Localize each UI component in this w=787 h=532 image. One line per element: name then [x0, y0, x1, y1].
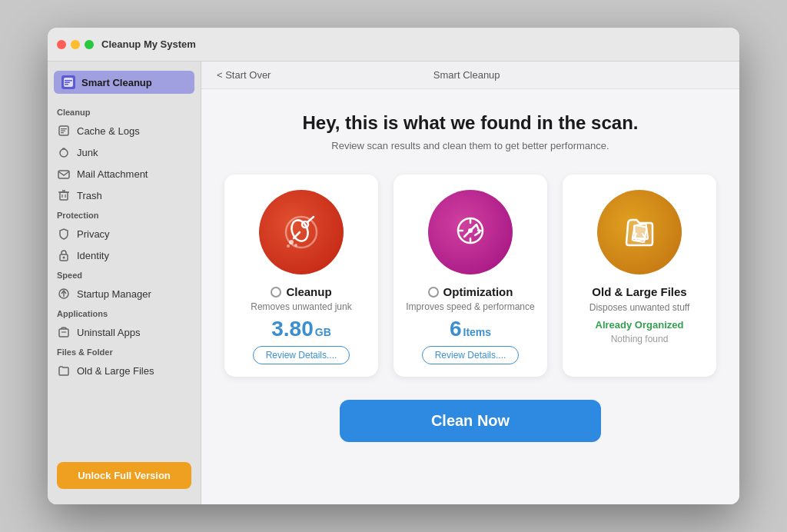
- clean-now-button[interactable]: Clean Now: [340, 400, 601, 442]
- old-files-title-row: Old & Large Files: [592, 285, 686, 299]
- minimize-button[interactable]: [71, 40, 80, 49]
- optimization-card: Optimization Improves speed & performanc…: [394, 175, 547, 377]
- content-area: Smart Cleanup Cleanup Cache & Logs: [48, 62, 739, 504]
- privacy-icon: [57, 227, 71, 241]
- svg-rect-2: [65, 82, 70, 84]
- main-header: < Start Over Smart Cleanup: [201, 62, 739, 89]
- section-title-files-folder: Files & Folder: [48, 343, 201, 360]
- sidebar-item-privacy[interactable]: Privacy: [48, 223, 201, 244]
- main-body: Hey, this is what we found in the scan. …: [201, 89, 739, 504]
- uninstall-apps-icon: [57, 325, 71, 339]
- close-button[interactable]: [57, 40, 66, 49]
- cleanup-card-title: Cleanup: [286, 285, 331, 298]
- optimization-card-title: Optimization: [443, 285, 513, 298]
- optimization-radio[interactable]: [428, 287, 439, 298]
- optimization-description: Improves speed & performance: [406, 301, 534, 312]
- mail-attachment-label: Mail Attachment: [77, 168, 148, 180]
- smart-cleanup-icon: [61, 75, 75, 89]
- main-content: < Start Over Smart Cleanup Hey, this is …: [201, 62, 739, 504]
- section-title-protection: Protection: [48, 206, 201, 223]
- sidebar-item-trash[interactable]: Trash: [48, 185, 201, 206]
- startup-manager-label: Startup Manager: [77, 288, 151, 300]
- main-nav-title: Smart Cleanup: [271, 69, 662, 81]
- cleanup-card: Cleanup Removes unwanted junk 3.80 GB Re…: [224, 175, 378, 377]
- svg-line-22: [294, 232, 300, 238]
- section-title-applications: Applications: [48, 304, 201, 321]
- cleanup-icon-circle: [259, 190, 344, 274]
- cleanup-review-button[interactable]: Review Details....: [253, 346, 350, 364]
- svg-point-27: [287, 244, 290, 248]
- already-organized-label: Already Organized: [596, 319, 684, 331]
- sidebar-item-cache-logs[interactable]: Cache & Logs: [48, 120, 201, 141]
- cleanup-value: 3.80: [271, 318, 314, 340]
- old-large-files-card: Old & Large Files Disposes unwanted stuf…: [563, 175, 716, 377]
- startup-manager-icon: [57, 287, 71, 301]
- svg-rect-9: [58, 171, 69, 178]
- trash-label: Trash: [77, 190, 102, 201]
- sidebar-item-identity[interactable]: Identity: [48, 244, 201, 266]
- scan-subtitle: Review scan results and clean them to ge…: [331, 140, 609, 151]
- cleanup-value-row: 3.80 GB: [271, 318, 331, 340]
- optimization-radio-row: Optimization: [428, 285, 513, 298]
- optimization-value-row: 6 Items: [450, 318, 491, 340]
- svg-rect-18: [59, 329, 68, 337]
- optimization-review-button[interactable]: Review Details....: [422, 346, 520, 364]
- svg-point-26: [294, 244, 297, 247]
- cache-logs-label: Cache & Logs: [77, 125, 140, 137]
- svg-rect-3: [65, 84, 68, 85]
- trash-icon: [57, 188, 71, 202]
- old-files-description: Disposes unwanted stuff: [589, 302, 690, 313]
- sidebar-item-junk[interactable]: Junk: [48, 141, 201, 163]
- sidebar-item-old-large-files[interactable]: Old & Large Files: [48, 360, 201, 381]
- old-files-icon-circle: [597, 190, 682, 274]
- main-window: Cleanup My System Smart Cleanup Cleanup: [48, 28, 739, 504]
- uninstall-apps-label: Uninstall Apps: [77, 327, 140, 338]
- mail-attachment-icon: [57, 167, 71, 181]
- maximize-button[interactable]: [85, 40, 94, 49]
- identity-icon: [57, 248, 71, 262]
- window-title: Cleanup My System: [101, 38, 196, 50]
- svg-point-16: [63, 257, 65, 259]
- sidebar-bottom: Unlock Full Version: [48, 453, 201, 498]
- svg-rect-1: [65, 80, 72, 81]
- identity-label: Identity: [77, 250, 109, 261]
- section-title-speed: Speed: [48, 266, 201, 283]
- svg-rect-7: [61, 132, 64, 133]
- cache-logs-icon: [57, 124, 71, 138]
- sidebar-item-startup-manager[interactable]: Startup Manager: [48, 283, 201, 304]
- smart-cleanup-label: Smart Cleanup: [81, 77, 152, 88]
- svg-rect-6: [61, 131, 65, 131]
- junk-icon: [57, 145, 71, 159]
- scan-title: Hey, this is what we found in the scan.: [303, 112, 639, 134]
- sidebar-item-uninstall-apps[interactable]: Uninstall Apps: [48, 321, 201, 343]
- cleanup-unit: GB: [315, 326, 331, 338]
- svg-point-8: [60, 149, 68, 157]
- cleanup-radio-row: Cleanup: [271, 285, 331, 298]
- optimization-icon-circle: [428, 190, 513, 274]
- junk-label: Junk: [77, 147, 98, 158]
- sidebar: Smart Cleanup Cleanup Cache & Logs: [48, 62, 201, 504]
- traffic-lights: [57, 40, 94, 49]
- optimization-unit: Items: [463, 326, 492, 338]
- unlock-full-version-button[interactable]: Unlock Full Version: [57, 462, 191, 489]
- svg-rect-10: [60, 192, 68, 200]
- sidebar-item-smart-cleanup[interactable]: Smart Cleanup: [54, 71, 194, 94]
- optimization-value: 6: [450, 318, 462, 340]
- svg-rect-5: [61, 128, 67, 129]
- sidebar-item-mail-attachment[interactable]: Mail Attachment: [48, 163, 201, 185]
- section-title-cleanup: Cleanup: [48, 103, 201, 120]
- titlebar: Cleanup My System: [48, 28, 739, 62]
- nothing-found-label: Nothing found: [611, 334, 669, 344]
- back-button[interactable]: < Start Over: [217, 69, 271, 81]
- old-large-files-label: Old & Large Files: [77, 365, 154, 377]
- cleanup-radio[interactable]: [271, 287, 281, 298]
- svg-point-25: [289, 240, 294, 244]
- privacy-label: Privacy: [77, 228, 110, 240]
- cards-row: Cleanup Removes unwanted junk 3.80 GB Re…: [224, 175, 716, 377]
- old-large-files-icon: [57, 364, 71, 377]
- cleanup-description: Removes unwanted junk: [251, 301, 351, 312]
- old-files-card-title: Old & Large Files: [592, 285, 686, 298]
